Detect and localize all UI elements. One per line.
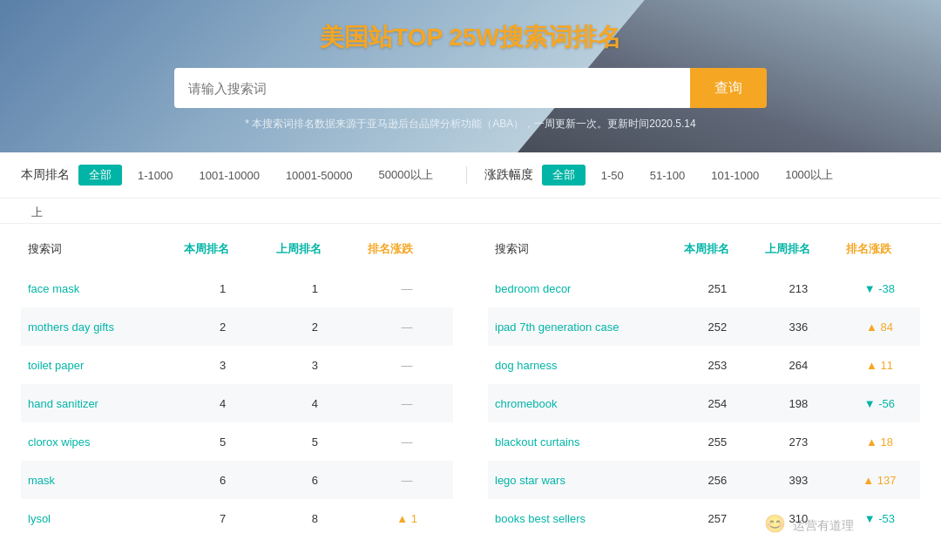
- this-week-cell: 254: [677, 384, 758, 422]
- change-up: ▲ 11: [866, 359, 893, 372]
- change-down: ▼ -53: [864, 512, 895, 525]
- change-up: ▲ 1: [396, 512, 417, 525]
- last-week-cell: 393: [758, 461, 839, 499]
- change-cell: ▲ 11: [839, 346, 920, 384]
- change-cell: ▲ 1: [361, 499, 453, 537]
- last-week-cell: 336: [758, 307, 839, 346]
- change-cell: —: [361, 307, 453, 346]
- rank-filter-label: 本周排名: [21, 167, 70, 183]
- keyword-cell[interactable]: ipad 7th generation case: [488, 307, 677, 346]
- last-week-cell: 310: [758, 499, 839, 537]
- left-table: 搜索词 本周排名 上周排名 排名涨跌 face mask 1 1 — mothe…: [21, 241, 453, 537]
- this-week-cell: 5: [177, 422, 269, 461]
- this-week-cell: 252: [677, 307, 758, 346]
- right-table: 搜索词 本周排名 上周排名 排名涨跌 bedroom decor 251 213…: [488, 241, 920, 537]
- change-down: ▼ -56: [864, 397, 895, 410]
- change-filter-101-1000[interactable]: 101-1000: [701, 166, 769, 185]
- last-week-cell: 6: [269, 461, 362, 499]
- change-up: ▲ 84: [866, 320, 893, 334]
- change-filter-all[interactable]: 全部: [542, 165, 586, 186]
- filter-tag-1001-10000[interactable]: 1001-10000: [188, 166, 269, 185]
- this-week-cell: 3: [177, 346, 269, 384]
- hero-note: * 本搜索词排名数据来源于亚马逊后台品牌分析功能（ABA），一周更新一次。更新时…: [245, 117, 695, 132]
- filter-tag-10001-50000[interactable]: 10001-50000: [275, 166, 363, 185]
- this-week-cell: 2: [177, 307, 269, 346]
- this-week-cell: 256: [677, 461, 758, 499]
- last-week-cell: 4: [269, 384, 362, 422]
- keyword-cell[interactable]: hand sanitizer: [21, 384, 177, 422]
- filter-above-row: 上: [0, 202, 941, 223]
- keyword-cell[interactable]: face mask: [21, 269, 177, 307]
- left-header-last-week: 上周排名: [269, 241, 362, 269]
- this-week-cell: 251: [677, 269, 758, 307]
- left-header-keyword: 搜索词: [21, 241, 177, 269]
- change-filter-1000-up[interactable]: 1000以上: [775, 165, 843, 186]
- hero-banner: 美国站TOP 25W搜索词排名 查询 * 本搜索词排名数据来源于亚马逊后台品牌分…: [0, 0, 941, 152]
- last-week-cell: 198: [758, 384, 839, 422]
- keyword-cell[interactable]: books best sellers: [488, 499, 677, 537]
- hero-title: 美国站TOP 25W搜索词排名: [320, 21, 621, 54]
- search-button[interactable]: 查询: [690, 68, 767, 108]
- keyword-cell[interactable]: mask: [21, 461, 177, 499]
- keyword-cell[interactable]: blackout curtains: [488, 422, 677, 461]
- keyword-cell[interactable]: dog harness: [488, 346, 677, 384]
- change-dash: —: [402, 320, 413, 334]
- filter-above-label: 上: [21, 202, 53, 223]
- keyword-cell[interactable]: chromebook: [488, 384, 677, 422]
- change-filter-label: 涨跌幅度: [484, 167, 533, 183]
- filter-tag-1-1000[interactable]: 1-1000: [127, 166, 183, 185]
- right-header-last-week: 上周排名: [758, 241, 839, 269]
- change-cell: —: [361, 461, 453, 499]
- change-dash: —: [402, 359, 413, 372]
- change-dash: —: [402, 397, 413, 410]
- last-week-cell: 264: [758, 346, 839, 384]
- left-header-this-week: 本周排名: [177, 241, 269, 269]
- change-filter-51-100[interactable]: 51-100: [640, 166, 695, 185]
- this-week-cell: 4: [177, 384, 269, 422]
- this-week-cell: 257: [677, 499, 758, 537]
- this-week-cell: 7: [177, 499, 269, 537]
- change-cell: —: [361, 422, 453, 461]
- change-up: ▲ 18: [866, 435, 893, 449]
- keyword-cell[interactable]: toilet paper: [21, 346, 177, 384]
- filter-tag-all[interactable]: 全部: [78, 165, 122, 186]
- last-week-cell: 213: [758, 269, 839, 307]
- last-week-cell: 2: [269, 307, 362, 346]
- change-cell: ▼ -38: [839, 269, 920, 307]
- change-cell: ▼ -53: [839, 499, 920, 537]
- filter-divider: [466, 166, 467, 184]
- change-dash: —: [402, 435, 413, 449]
- keyword-cell[interactable]: bedroom decor: [488, 269, 677, 307]
- last-week-cell: 273: [758, 422, 839, 461]
- change-cell: ▲ 18: [839, 422, 920, 461]
- table-section: 搜索词 本周排名 上周排名 排名涨跌 face mask 1 1 — mothe…: [0, 224, 941, 546]
- this-week-cell: 6: [177, 461, 269, 499]
- change-cell: ▼ -56: [839, 384, 920, 422]
- this-week-cell: 1: [177, 269, 269, 307]
- last-week-cell: 8: [269, 499, 362, 537]
- right-header-change: 排名涨跌: [839, 241, 920, 269]
- this-week-cell: 253: [677, 346, 758, 384]
- change-cell: ▲ 137: [839, 461, 920, 499]
- last-week-cell: 3: [269, 346, 362, 384]
- change-dash: —: [402, 474, 413, 487]
- change-cell: —: [361, 269, 453, 307]
- keyword-cell[interactable]: mothers day gifts: [21, 307, 177, 346]
- search-input[interactable]: [174, 68, 690, 108]
- keyword-cell[interactable]: lysol: [21, 499, 177, 537]
- filter-bar: 本周排名 全部 1-1000 1001-10000 10001-50000 50…: [0, 152, 941, 199]
- change-cell: —: [361, 346, 453, 384]
- right-header-keyword: 搜索词: [488, 241, 677, 269]
- change-dash: —: [402, 282, 413, 295]
- last-week-cell: 1: [269, 269, 362, 307]
- tables-wrapper: 搜索词 本周排名 上周排名 排名涨跌 face mask 1 1 — mothe…: [21, 241, 920, 537]
- left-header-change: 排名涨跌: [361, 241, 453, 269]
- keyword-cell[interactable]: clorox wipes: [21, 422, 177, 461]
- keyword-cell[interactable]: lego star wars: [488, 461, 677, 499]
- right-header-this-week: 本周排名: [677, 241, 758, 269]
- search-bar: 查询: [174, 68, 767, 108]
- change-up: ▲ 137: [863, 474, 896, 487]
- change-filter-1-50[interactable]: 1-50: [591, 166, 634, 185]
- filter-tag-50000-up[interactable]: 50000以上: [369, 165, 443, 186]
- change-cell: —: [361, 384, 453, 422]
